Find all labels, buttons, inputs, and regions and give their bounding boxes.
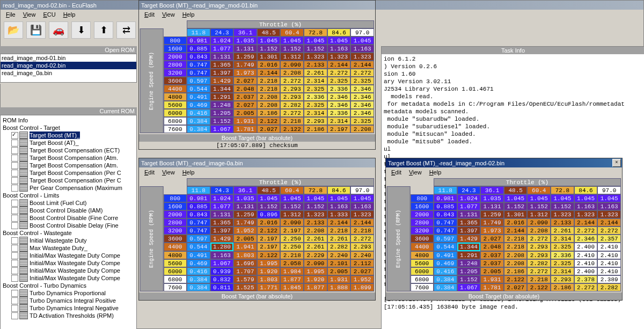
table-cell[interactable]: 0.747	[434, 218, 457, 226]
table-cell[interactable]: 0.491	[434, 251, 457, 259]
table-cell[interactable]: 2.293	[527, 251, 551, 259]
folder-open-icon[interactable]: 📂	[4, 21, 23, 39]
tree-group[interactable]: Boost Control - Turbo Dynamics	[1, 282, 136, 289]
menu-help[interactable]: Help	[179, 11, 198, 18]
table-cell[interactable]: 2.218	[504, 243, 528, 251]
tree-item[interactable]: Turbo Dynamics Integral Negative	[1, 304, 136, 312]
table-cell[interactable]: 1.024	[457, 194, 481, 202]
table-cell[interactable]: 2.293	[280, 93, 304, 101]
checkbox[interactable]	[11, 185, 18, 192]
table-cell[interactable]: 1.931	[480, 275, 504, 283]
table-cell[interactable]: 1.024	[210, 194, 234, 202]
table-cell[interactable]: 2.144	[350, 218, 374, 226]
checkbox[interactable]	[11, 147, 18, 154]
file-list-item[interactable]: read_image_0a.bin	[1, 69, 136, 77]
table-cell[interactable]: 1.248	[457, 259, 481, 267]
table-cell[interactable]: 1.291	[210, 93, 234, 101]
table-cell[interactable]: 0.981	[187, 194, 210, 202]
menu-edit[interactable]: Edit	[388, 169, 405, 176]
table-cell[interactable]: 1.045	[327, 36, 351, 45]
checkbox[interactable]	[11, 222, 18, 229]
table-cell[interactable]: 1.067	[457, 283, 481, 291]
table-cell[interactable]: 1.077	[457, 202, 481, 210]
tree-item[interactable]: Initial/Max Wastegate Duty Compe	[1, 274, 136, 282]
tree-item[interactable]: Initial/Max Wastegate Duty Compe	[1, 259, 136, 267]
menu-view[interactable]: View	[159, 11, 178, 18]
table-cell[interactable]: 1.045	[280, 36, 304, 45]
table-cell[interactable]: 2.272	[280, 109, 304, 117]
table-cell[interactable]: 1.323	[574, 210, 598, 218]
table-cell[interactable]: 1.952	[233, 226, 257, 235]
table-cell[interactable]: 1.312	[280, 53, 304, 61]
table-cell[interactable]: 2.346	[350, 101, 374, 109]
table-cell[interactable]: 2.261	[304, 243, 327, 251]
checkbox[interactable]	[11, 132, 18, 139]
table-cell[interactable]: 1.429	[210, 77, 234, 85]
table-cell[interactable]: 1.312	[280, 210, 304, 218]
tree-item[interactable]: Max Wastegate Duty_	[1, 244, 136, 252]
menu-file[interactable]: File	[3, 11, 19, 18]
table-cell[interactable]: 2.048	[233, 85, 257, 93]
table-cell[interactable]: 2.186	[304, 125, 327, 133]
table-cell[interactable]: 1.077	[210, 45, 234, 53]
table-cell[interactable]: 1.323	[551, 210, 574, 218]
table-cell[interactable]: 1.259	[480, 210, 504, 218]
table-cell[interactable]: 0.747	[434, 226, 457, 235]
table-cell[interactable]: 2.314	[304, 109, 327, 117]
table-cell[interactable]: 2.410	[574, 259, 598, 267]
table-cell[interactable]: 1.803	[257, 275, 281, 283]
table-cell[interactable]: 1.397	[210, 69, 234, 77]
table-cell[interactable]: 0.747	[187, 69, 210, 77]
chip-read-icon[interactable]: ⬇	[71, 21, 91, 39]
table-cell[interactable]: 1.131	[480, 202, 504, 210]
table-cell[interactable]: 1.397	[457, 226, 481, 235]
table-cell[interactable]: 2.027	[233, 77, 257, 85]
table-cell[interactable]: 1.429	[457, 235, 481, 243]
table-cell[interactable]: 1.931	[233, 117, 257, 125]
table-cell[interactable]: 2.325	[304, 85, 327, 93]
table-cell[interactable]: 2.240	[350, 251, 374, 259]
checkbox[interactable]	[11, 207, 18, 214]
table-cell[interactable]: 1.045	[304, 36, 327, 45]
file-list-item[interactable]: read_image_mod-02.bin	[1, 62, 136, 69]
checkbox[interactable]	[11, 275, 18, 282]
table-cell[interactable]: 1.344	[210, 85, 234, 93]
table-cell[interactable]: 2.325	[551, 243, 574, 251]
table-cell[interactable]: 0.416	[187, 109, 210, 117]
table-cell[interactable]: 2.005	[327, 267, 351, 275]
table-cell[interactable]: 2.016	[504, 218, 528, 226]
table-cell[interactable]: 2.282	[527, 259, 551, 267]
menu-help[interactable]: Help	[426, 169, 445, 176]
table-cell[interactable]: 0.544	[434, 243, 457, 251]
table-cell[interactable]: 2.197	[257, 235, 281, 243]
table-cell[interactable]: 1.749	[480, 218, 504, 226]
table-cell[interactable]: 2.346	[350, 85, 374, 93]
table-cell[interactable]: 1.045	[280, 194, 304, 202]
table-cell[interactable]: 0.981	[187, 36, 210, 45]
checkbox[interactable]	[11, 312, 18, 319]
table-cell[interactable]: 2.314	[551, 267, 574, 275]
table-cell[interactable]: 1.323	[597, 210, 621, 218]
tree-item[interactable]: Turbo Dynamics Integral Positive	[1, 297, 136, 304]
checkbox[interactable]	[11, 237, 18, 244]
table-cell[interactable]: 0.597	[434, 235, 457, 243]
checkbox[interactable]	[11, 260, 18, 267]
tree-item[interactable]: Initial/Max Wastegate Duty Compe	[1, 267, 136, 274]
table-cell[interactable]: 1.205	[457, 267, 481, 275]
table-cell[interactable]: 0.597	[187, 235, 210, 243]
table-cell[interactable]: 1.163	[574, 202, 598, 210]
table-cell[interactable]: 0.939	[210, 267, 234, 275]
table-cell[interactable]: 2.197	[280, 226, 304, 235]
table-cell[interactable]: 2.208	[504, 259, 528, 267]
table-cell[interactable]: 2.346	[327, 93, 351, 101]
boost-table[interactable]: Throttle (%)Engine Speed (RPM)11.824.336…	[387, 178, 621, 291]
table-cell[interactable]: 2.336	[551, 251, 574, 259]
table-cell[interactable]: 2.325	[350, 117, 374, 125]
table-cell[interactable]: 2.218	[257, 77, 281, 85]
table-cell[interactable]: 1.045	[304, 194, 327, 202]
table-cell[interactable]: 2.336	[327, 109, 351, 117]
tree-item[interactable]: Target Boost Compensation (Per C	[1, 177, 136, 184]
table-cell[interactable]: 2.144	[350, 61, 374, 69]
table-cell[interactable]: 1.429	[210, 235, 234, 243]
table-cell[interactable]: 2.282	[327, 243, 351, 251]
